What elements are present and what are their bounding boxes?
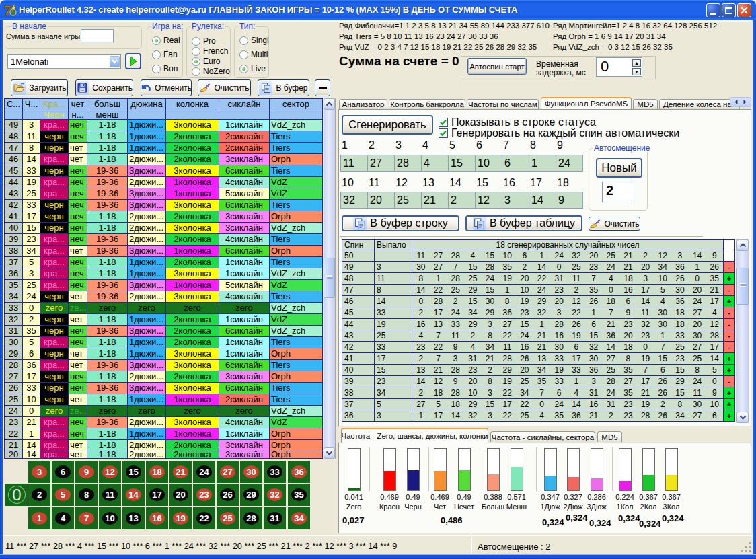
- svg-text:7: 7: [4, 3, 11, 17]
